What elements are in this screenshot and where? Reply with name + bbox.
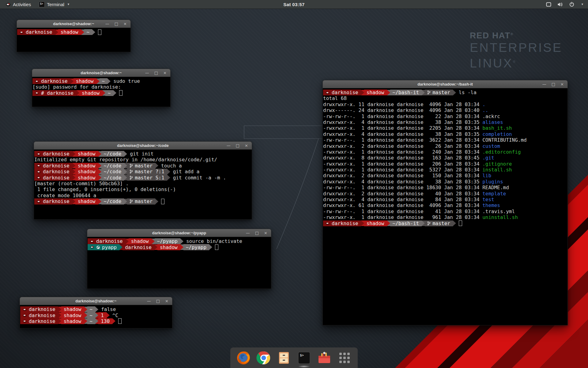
dock-item-chrome[interactable] [256,350,271,366]
prompt-segment-text: ~ [102,78,105,84]
directory-name: aliases [482,119,503,125]
window-titlebar[interactable]: darknoise@shadow:~/code—□× [34,141,252,150]
clock[interactable]: Sat 03:57 [0,2,588,7]
dock-item-files[interactable] [277,350,291,366]
prompt-segment-text: shadow [64,312,81,318]
prompt-segment: darknoise [34,163,72,169]
powerline-arrow-icon [152,239,155,244]
prompt-segment: 1 [98,312,107,318]
prompt-segment: ~ [87,312,96,318]
prompt-segment-text: ~ [108,90,111,96]
powerline-arrow-icon [154,244,157,250]
command-text: false [101,306,116,312]
powerline-arrow-icon [124,175,127,180]
terminal-prompt-line: darknoiseshadow~1^C [20,312,172,318]
command-text: ^C [112,312,118,318]
close-button[interactable]: × [560,82,564,86]
terminal-body[interactable]: darknoiseshadow~/bash-itmasterls -latota… [322,88,568,325]
powerline-arrow-icon [84,312,87,318]
powerline-arrow-icon [55,29,58,35]
close-button[interactable]: × [163,71,167,75]
prompt-segment: darknoise [34,169,72,174]
minimize-button[interactable]: — [147,299,151,303]
terminal-window-term-bashit: darknoise@shadow:~/bash-it—□×darknoisesh… [322,80,568,325]
terminal-body[interactable]: darknoiseshadow~sudo true[sudo] password… [32,77,171,107]
prompt-segment-text: shadow [64,318,81,324]
directory-name: lib [482,173,491,178]
top-bar: Activities $> Terminal ▼ Sat 03:57 ▼ [0,0,588,9]
command-text: git commit -a -m . [173,175,226,181]
maximize-button[interactable]: □ [154,71,158,75]
maximize-button[interactable]: □ [115,22,118,26]
redhat-icon [23,319,27,323]
prompt-segment-text: shadow [78,175,96,181]
dock-item-app-grid[interactable] [337,350,352,366]
display-icon[interactable] [546,2,551,7]
branding-line1: RED HAT [470,31,511,40]
prompt-segment: ~ [87,318,96,324]
redhat-icon [90,240,94,243]
prompt-segment-text: ~/pyapp [157,238,178,244]
registered-mark: ® [513,60,517,63]
prompt-segment: shadow [75,198,98,204]
close-button[interactable]: × [165,299,168,303]
close-button[interactable]: × [245,144,248,148]
powerline-arrow-icon [81,29,84,35]
minimize-button[interactable]: — [145,71,149,75]
terminal-prompt-line: # darknoiseshadow~ [32,90,170,96]
prompt-segment-text: darknoise [29,306,55,312]
terminal-output-line: drwxrwxr-x. 11 darknoise darknoise 4096 … [323,102,567,107]
maximize-button[interactable]: □ [255,231,259,235]
prompt-segment: ~/code [101,163,124,169]
terminal-output-line: -rw-rw-r--. 1 darknoise darknoise 22 Jan… [323,113,567,119]
powerline-arrow-icon [70,79,74,84]
powerline-arrow-icon [76,90,79,96]
dock-item-terminal[interactable]: $> [297,350,311,366]
terminal-body[interactable]: darknoiseshadow~/codegit initInitialized… [34,150,252,220]
terminal-body[interactable]: darknoiseshadow~falsedarknoiseshadow~1^C… [20,305,172,328]
dock-item-firefox[interactable] [236,350,251,366]
git-branch-icon [427,221,431,226]
running-indicator [298,365,310,368]
terminal-body[interactable]: darknoiseshadow~ [17,28,131,52]
minimize-button[interactable]: — [227,144,231,148]
terminal-body[interactable]: darknoiseshadow~/pyappsource bin/activat… [87,237,271,289]
prompt-segment: ~ [100,78,108,84]
redhat-icon [35,91,39,95]
close-button[interactable]: × [123,22,127,26]
prompt-segment-text: darknoise [332,220,358,226]
window-titlebar[interactable]: darknoise@shadow:~/pyapp—□× [87,229,271,237]
output-text: drwxrwxr-x. 2 darknoise darknoise 26 Jan… [323,143,482,149]
maximize-button[interactable]: □ [236,144,239,148]
dock-item-toolbox[interactable] [317,350,332,366]
window-titlebar[interactable]: darknoise@shadow:~/bash-it—□× [322,80,568,88]
window-buttons: —□× [246,231,271,235]
window-title: darknoise@shadow:~/pyapp [87,231,271,235]
command-text: sudo true [113,78,140,84]
minimize-button[interactable]: — [105,22,109,26]
close-button[interactable]: × [264,231,267,235]
window-titlebar[interactable]: darknoise@shadow:~—□× [17,20,131,28]
prompt-segment: shadow [75,175,98,181]
minimize-button[interactable]: — [542,82,546,86]
terminal-output-line: drwxrwxr-x. 61 darknoise darknoise 4096 … [323,202,567,208]
prompt-segment: ~/code [101,198,124,204]
maximize-button[interactable]: □ [156,299,160,303]
prompt-segment-text: shadow [367,220,384,226]
window-titlebar[interactable]: darknoise@shadow:~—□× [20,297,172,305]
powerline-arrow-icon [98,163,101,168]
powerline-arrow-icon [155,199,158,204]
window-titlebar[interactable]: darknoise@shadow:~—□× [32,69,171,77]
prompt-segment-text: master [135,163,153,169]
prompt-segment: ~/code [101,175,124,181]
powerline-arrow-icon [124,199,127,204]
minimize-button[interactable]: — [246,231,250,235]
volume-icon[interactable] [557,2,563,7]
chevron-down-icon[interactable]: ▼ [581,3,584,6]
python-venv-icon [96,245,100,249]
power-icon[interactable] [569,2,574,7]
terminal-output-line: drwxrwxr-x. 4 darknoise darknoise 38 Jan… [323,179,567,185]
terminal-prompt-line: darknoiseshadow~/codemaster S:1git commi… [34,175,251,181]
prompt-segment: darknoise [34,198,72,204]
maximize-button[interactable]: □ [552,82,555,86]
